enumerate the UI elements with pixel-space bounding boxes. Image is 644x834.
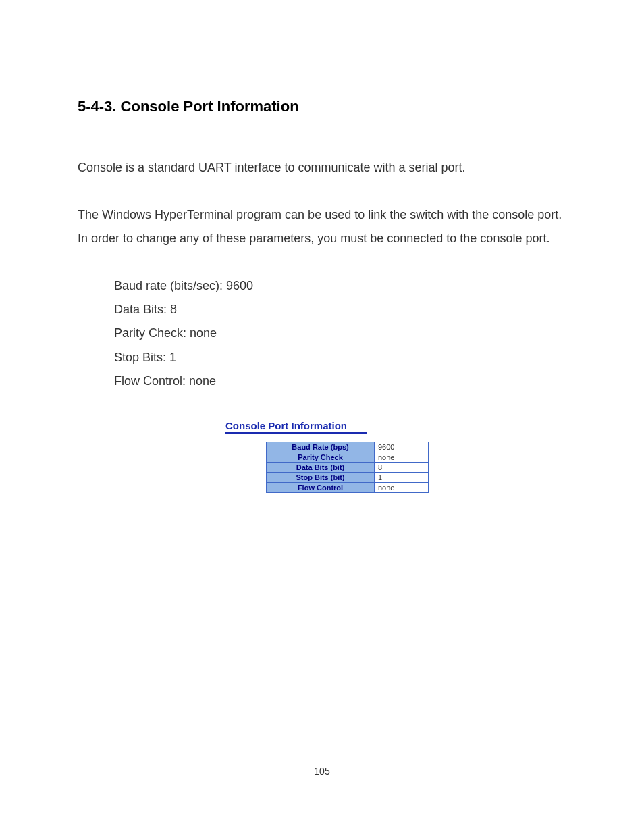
- row-label: Baud Rate (bps): [267, 442, 375, 452]
- row-value: none: [375, 482, 429, 492]
- panel-title: Console Port Information: [225, 420, 367, 434]
- table-row: Flow Control none: [267, 482, 429, 492]
- console-info-table: Baud Rate (bps) 9600 Parity Check none D…: [266, 442, 429, 493]
- row-label: Data Bits (bit): [267, 462, 375, 472]
- row-value: 1: [375, 472, 429, 482]
- info-panel: Console Port Information Baud Rate (bps)…: [78, 420, 566, 493]
- table-row: Stop Bits (bit) 1: [267, 472, 429, 482]
- param-stopbits: Stop Bits: 1: [114, 346, 566, 369]
- param-flow: Flow Control: none: [114, 369, 566, 393]
- section-heading: 5-4-3. Console Port Information: [78, 98, 566, 115]
- table-row: Parity Check none: [267, 452, 429, 462]
- table-row: Baud Rate (bps) 9600: [267, 442, 429, 452]
- document-page: 5-4-3. Console Port Information Console …: [0, 0, 644, 493]
- row-value: none: [375, 452, 429, 462]
- parameter-list: Baud rate (bits/sec): 9600 Data Bits: 8 …: [114, 274, 566, 392]
- param-parity: Parity Check: none: [114, 321, 566, 345]
- table-row: Data Bits (bit) 8: [267, 462, 429, 472]
- page-number: 105: [0, 766, 644, 777]
- paragraph-intro: Console is a standard UART interface to …: [78, 156, 566, 180]
- row-label: Flow Control: [267, 482, 375, 492]
- row-value: 9600: [375, 442, 429, 452]
- paragraph-hyperterminal: The Windows HyperTerminal program can be…: [78, 203, 566, 251]
- row-value: 8: [375, 462, 429, 472]
- row-label: Stop Bits (bit): [267, 472, 375, 482]
- param-baud: Baud rate (bits/sec): 9600: [114, 274, 566, 298]
- row-label: Parity Check: [267, 452, 375, 462]
- param-databits: Data Bits: 8: [114, 298, 566, 321]
